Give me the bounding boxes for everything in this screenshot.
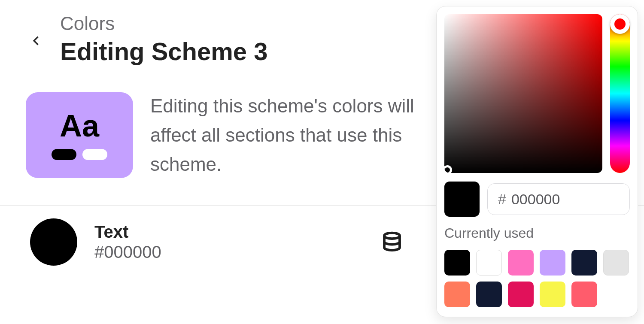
color-property-value: #000000 bbox=[94, 242, 363, 262]
swatch-000000[interactable] bbox=[444, 250, 470, 276]
currently-used-swatches bbox=[444, 250, 630, 307]
scheme-preview-sample-text: Aa bbox=[60, 110, 99, 141]
swatch-ffffff[interactable] bbox=[476, 250, 502, 276]
swatch-ff5c6c[interactable] bbox=[571, 282, 597, 307]
swatch-ff7a5c[interactable] bbox=[444, 282, 470, 307]
sv-handle[interactable] bbox=[444, 165, 452, 173]
swatch-e4e4e4[interactable] bbox=[603, 250, 629, 276]
scheme-preview-pill-light bbox=[82, 149, 107, 160]
scheme-preview-pill-dark bbox=[52, 149, 76, 160]
hue-slider[interactable] bbox=[610, 14, 630, 173]
svg-point-0 bbox=[384, 233, 400, 239]
swatch-111a33[interactable] bbox=[476, 282, 502, 307]
swatch-e1115a[interactable] bbox=[508, 282, 534, 307]
currently-used-label: Currently used bbox=[444, 225, 630, 241]
hex-input-field[interactable]: # bbox=[487, 183, 630, 215]
dynamic-source-icon[interactable] bbox=[380, 230, 404, 254]
color-property-name: Text bbox=[94, 222, 363, 242]
color-property-swatch bbox=[30, 218, 77, 266]
hue-handle[interactable] bbox=[610, 14, 630, 34]
scheme-preview: Aa bbox=[26, 92, 133, 178]
hex-prefix: # bbox=[498, 191, 506, 208]
hex-input[interactable] bbox=[511, 191, 619, 208]
current-color-swatch bbox=[444, 182, 480, 217]
color-picker-popover: # Currently used bbox=[436, 6, 638, 317]
swatch-f8f54a[interactable] bbox=[540, 282, 565, 307]
saturation-value-field[interactable] bbox=[444, 14, 602, 173]
back-button[interactable] bbox=[26, 30, 47, 51]
swatch-ff6fc0[interactable] bbox=[508, 250, 534, 276]
swatch-111a33[interactable] bbox=[571, 250, 597, 276]
scheme-info-text: Editing this scheme's colors will affect… bbox=[150, 91, 429, 179]
page-title: Editing Scheme 3 bbox=[60, 37, 267, 66]
chevron-left-icon bbox=[30, 35, 43, 47]
swatch-c4a0ff[interactable] bbox=[540, 250, 565, 276]
breadcrumb[interactable]: Colors bbox=[60, 13, 267, 34]
